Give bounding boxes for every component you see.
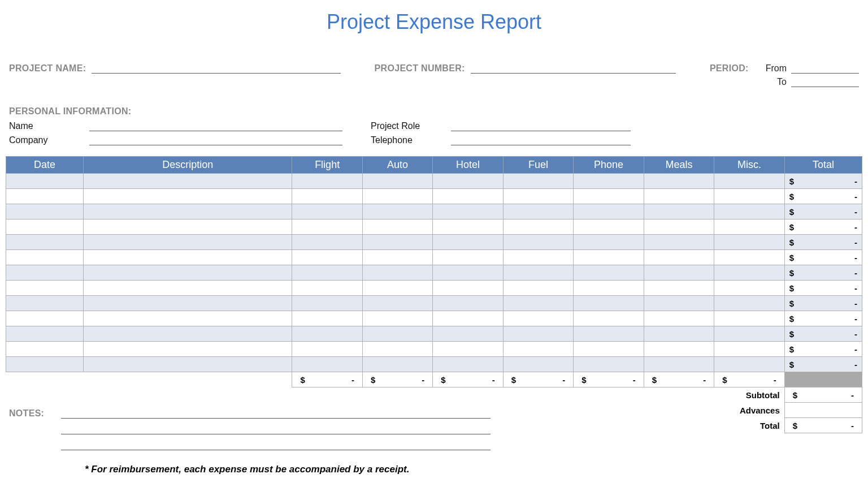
data-cell[interactable] bbox=[714, 204, 784, 219]
telephone-field[interactable] bbox=[451, 134, 631, 145]
name-field[interactable] bbox=[89, 120, 342, 131]
data-cell[interactable] bbox=[6, 219, 84, 235]
data-cell[interactable] bbox=[84, 342, 292, 357]
data-cell[interactable] bbox=[6, 235, 84, 250]
data-cell[interactable] bbox=[84, 311, 292, 326]
data-cell[interactable] bbox=[503, 281, 573, 296]
data-cell[interactable] bbox=[84, 235, 292, 250]
data-cell[interactable] bbox=[84, 174, 292, 189]
data-cell[interactable] bbox=[644, 265, 714, 281]
data-cell[interactable] bbox=[292, 235, 362, 250]
data-cell[interactable] bbox=[503, 219, 573, 235]
data-cell[interactable] bbox=[574, 189, 644, 204]
period-to-field[interactable] bbox=[791, 76, 859, 87]
data-cell[interactable] bbox=[292, 342, 362, 357]
company-field[interactable] bbox=[89, 134, 342, 145]
data-cell[interactable] bbox=[362, 250, 432, 265]
data-cell[interactable] bbox=[433, 250, 503, 265]
project-role-field[interactable] bbox=[451, 120, 631, 131]
data-cell[interactable] bbox=[644, 296, 714, 311]
data-cell[interactable] bbox=[6, 357, 84, 372]
data-cell[interactable] bbox=[292, 265, 362, 281]
data-cell[interactable] bbox=[362, 235, 432, 250]
data-cell[interactable] bbox=[644, 326, 714, 342]
data-cell[interactable] bbox=[6, 174, 84, 189]
data-cell[interactable] bbox=[292, 219, 362, 235]
data-cell[interactable] bbox=[84, 189, 292, 204]
data-cell[interactable] bbox=[714, 235, 784, 250]
data-cell[interactable] bbox=[84, 281, 292, 296]
data-cell[interactable] bbox=[574, 250, 644, 265]
data-cell[interactable] bbox=[84, 250, 292, 265]
period-from-field[interactable] bbox=[791, 62, 859, 74]
data-cell[interactable] bbox=[292, 311, 362, 326]
data-cell[interactable] bbox=[433, 235, 503, 250]
data-cell[interactable] bbox=[644, 219, 714, 235]
data-cell[interactable] bbox=[714, 250, 784, 265]
data-cell[interactable] bbox=[433, 265, 503, 281]
data-cell[interactable] bbox=[292, 174, 362, 189]
data-cell[interactable] bbox=[6, 250, 84, 265]
data-cell[interactable] bbox=[433, 326, 503, 342]
data-cell[interactable] bbox=[574, 311, 644, 326]
notes-line[interactable] bbox=[61, 419, 491, 434]
data-cell[interactable] bbox=[84, 357, 292, 372]
data-cell[interactable] bbox=[714, 296, 784, 311]
data-cell[interactable] bbox=[362, 296, 432, 311]
data-cell[interactable] bbox=[6, 265, 84, 281]
data-cell[interactable] bbox=[574, 342, 644, 357]
data-cell[interactable] bbox=[714, 219, 784, 235]
data-cell[interactable] bbox=[292, 250, 362, 265]
data-cell[interactable] bbox=[714, 281, 784, 296]
data-cell[interactable] bbox=[574, 281, 644, 296]
data-cell[interactable] bbox=[433, 357, 503, 372]
data-cell[interactable] bbox=[503, 204, 573, 219]
data-cell[interactable] bbox=[574, 265, 644, 281]
data-cell[interactable] bbox=[714, 189, 784, 204]
notes-line[interactable] bbox=[61, 434, 491, 450]
data-cell[interactable] bbox=[84, 296, 292, 311]
data-cell[interactable] bbox=[84, 326, 292, 342]
data-cell[interactable] bbox=[644, 311, 714, 326]
data-cell[interactable] bbox=[6, 311, 84, 326]
data-cell[interactable] bbox=[503, 250, 573, 265]
data-cell[interactable] bbox=[362, 357, 432, 372]
data-cell[interactable] bbox=[292, 189, 362, 204]
data-cell[interactable] bbox=[714, 174, 784, 189]
data-cell[interactable] bbox=[362, 281, 432, 296]
data-cell[interactable] bbox=[503, 326, 573, 342]
data-cell[interactable] bbox=[6, 326, 84, 342]
data-cell[interactable] bbox=[574, 326, 644, 342]
data-cell[interactable] bbox=[503, 311, 573, 326]
data-cell[interactable] bbox=[433, 342, 503, 357]
data-cell[interactable] bbox=[644, 189, 714, 204]
data-cell[interactable] bbox=[644, 281, 714, 296]
data-cell[interactable] bbox=[644, 204, 714, 219]
data-cell[interactable] bbox=[503, 174, 573, 189]
data-cell[interactable] bbox=[574, 235, 644, 250]
data-cell[interactable] bbox=[574, 296, 644, 311]
data-cell[interactable] bbox=[292, 326, 362, 342]
data-cell[interactable] bbox=[503, 189, 573, 204]
data-cell[interactable] bbox=[362, 189, 432, 204]
data-cell[interactable] bbox=[6, 281, 84, 296]
data-cell[interactable] bbox=[433, 311, 503, 326]
data-cell[interactable] bbox=[292, 296, 362, 311]
data-cell[interactable] bbox=[362, 219, 432, 235]
data-cell[interactable] bbox=[574, 357, 644, 372]
data-cell[interactable] bbox=[503, 235, 573, 250]
data-cell[interactable] bbox=[644, 250, 714, 265]
notes-line[interactable] bbox=[61, 403, 491, 419]
data-cell[interactable] bbox=[644, 357, 714, 372]
data-cell[interactable] bbox=[362, 174, 432, 189]
data-cell[interactable] bbox=[503, 342, 573, 357]
data-cell[interactable] bbox=[644, 174, 714, 189]
data-cell[interactable] bbox=[503, 357, 573, 372]
data-cell[interactable] bbox=[574, 174, 644, 189]
data-cell[interactable] bbox=[714, 326, 784, 342]
data-cell[interactable] bbox=[644, 235, 714, 250]
data-cell[interactable] bbox=[362, 326, 432, 342]
data-cell[interactable] bbox=[84, 265, 292, 281]
data-cell[interactable] bbox=[292, 357, 362, 372]
data-cell[interactable] bbox=[292, 204, 362, 219]
